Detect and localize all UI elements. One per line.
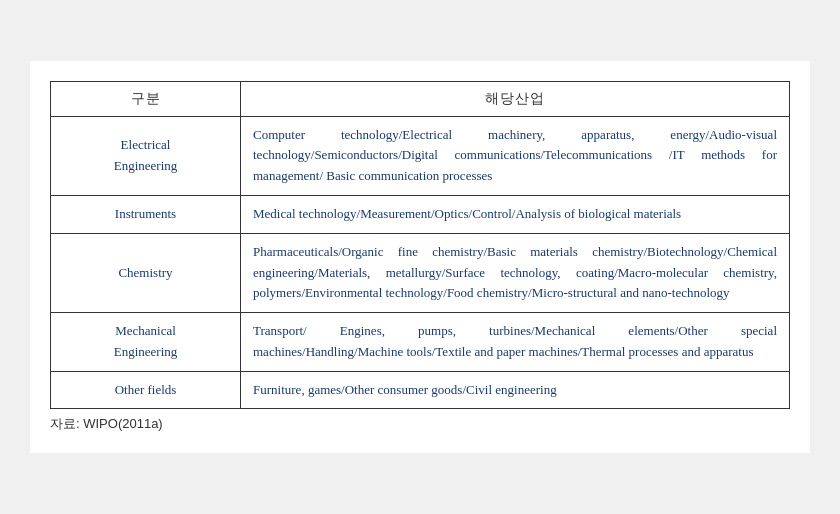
- industries-instruments: Medical technology/Measurement/Optics/Co…: [241, 195, 790, 233]
- page-wrapper: 구분 해당산업 ElectricalEngineering Computer t…: [30, 61, 810, 454]
- industries-electrical: Computer technology/Electrical machinery…: [241, 116, 790, 195]
- industries-other: Furniture, games/Other consumer goods/Ci…: [241, 371, 790, 409]
- industries-mechanical: Transport/ Engines, pumps, turbines/Mech…: [241, 313, 790, 372]
- main-table: 구분 해당산업 ElectricalEngineering Computer t…: [50, 81, 790, 410]
- table-row: Instruments Medical technology/Measureme…: [51, 195, 790, 233]
- header-category: 구분: [51, 81, 241, 116]
- category-other: Other fields: [51, 371, 241, 409]
- category-chemistry: Chemistry: [51, 233, 241, 312]
- table-row: Chemistry Pharmaceuticals/Organic fine c…: [51, 233, 790, 312]
- industries-chemistry: Pharmaceuticals/Organic fine chemistry/B…: [241, 233, 790, 312]
- source-note: 자료: WIPO(2011a): [50, 415, 790, 433]
- table-row: Other fields Furniture, games/Other cons…: [51, 371, 790, 409]
- table-row: ElectricalEngineering Computer technolog…: [51, 116, 790, 195]
- category-mechanical: MechanicalEngineering: [51, 313, 241, 372]
- table-row: MechanicalEngineering Transport/ Engines…: [51, 313, 790, 372]
- header-industries: 해당산업: [241, 81, 790, 116]
- category-instruments: Instruments: [51, 195, 241, 233]
- category-electrical: ElectricalEngineering: [51, 116, 241, 195]
